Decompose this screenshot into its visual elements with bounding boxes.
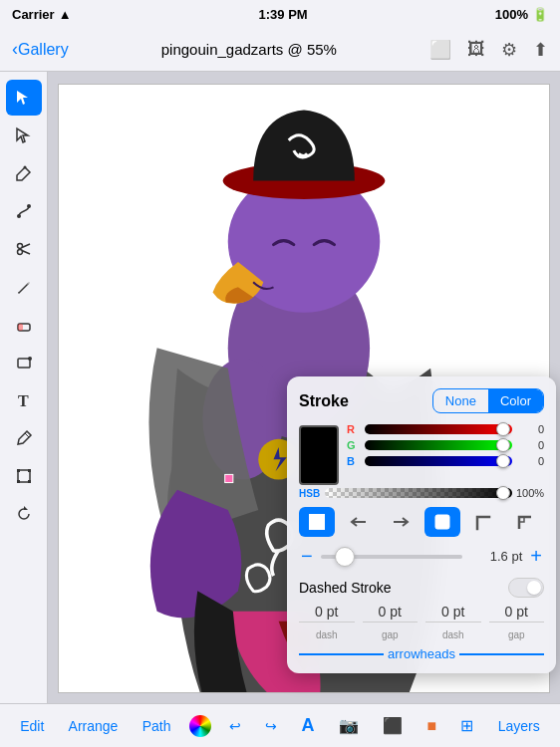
svg-rect-17	[17, 469, 20, 472]
tab-none[interactable]: None	[433, 389, 488, 412]
green-value: 0	[516, 439, 544, 451]
join-round-btn[interactable]	[299, 507, 335, 537]
cap-butt-btn[interactable]	[424, 507, 460, 537]
tool-text[interactable]: T	[6, 382, 42, 418]
arrow-line-left	[299, 653, 384, 655]
bottom-toolbar: Edit Arrange Path ↩ ↪ A 📷 ⬛ ■ ⊞ Layers	[0, 703, 560, 747]
svg-marker-21	[24, 506, 28, 510]
red-label: R	[347, 423, 361, 435]
svg-marker-1	[17, 128, 28, 142]
grid-button[interactable]: ⊞	[454, 716, 479, 735]
redo-button[interactable]: ↪	[259, 718, 283, 734]
tool-node[interactable]	[6, 193, 42, 229]
toolbar-actions: ⬜ 🖼 ⚙ ⬆	[429, 39, 548, 61]
arrowheads-row: arrowheads	[299, 646, 544, 661]
stroke-width-row: − − 1.6 pt +	[299, 545, 544, 568]
arrowheads-label[interactable]: arrowheads	[388, 646, 455, 661]
rgb-sliders: R 0 G 0	[347, 423, 544, 471]
svg-rect-11	[18, 324, 23, 331]
svg-point-5	[17, 244, 22, 249]
dash-fields: 0 pt dash 0 pt gap 0 pt dash 0 pt gap	[299, 604, 544, 642]
arrow-right-btn[interactable]	[383, 507, 419, 537]
blue-slider[interactable]	[365, 456, 512, 466]
tool-eraser[interactable]	[6, 307, 42, 343]
top-toolbar: ‹ Gallery pingouin_gadzarts @ 55% ⬜ 🖼 ⚙ …	[0, 28, 560, 72]
tool-select[interactable]	[6, 80, 42, 116]
svg-rect-20	[28, 480, 31, 483]
dash-value-2: 0 pt	[363, 604, 419, 622]
toggle-dot	[527, 581, 541, 595]
dash-field-3[interactable]: 0 pt dash	[425, 604, 481, 642]
stroke-width-value: 1.6 pt	[490, 549, 523, 564]
battery-label: 100%	[495, 7, 528, 22]
cap-round-btn[interactable]	[466, 507, 502, 537]
svg-rect-35	[519, 517, 524, 522]
dash-value-3: 0 pt	[425, 604, 481, 622]
tool-direct-select[interactable]	[6, 118, 42, 153]
red-slider-row: R 0	[347, 423, 544, 435]
frame-icon[interactable]: ⬜	[429, 39, 451, 61]
shape-button[interactable]: ⬛	[377, 716, 409, 735]
dash-value-4: 0 pt	[489, 604, 545, 622]
tool-eyedropper[interactable]	[6, 420, 42, 456]
layers-button[interactable]: Layers	[492, 718, 546, 734]
arrow-left-btn[interactable]	[341, 507, 377, 537]
svg-rect-18	[28, 469, 31, 472]
tool-scissors[interactable]	[6, 231, 42, 267]
dash-field-2[interactable]: 0 pt gap	[363, 604, 419, 642]
alpha-slider[interactable]	[325, 488, 512, 498]
fill-swatch-button[interactable]: ■	[420, 717, 442, 735]
carrier-label: Carrier	[12, 7, 55, 22]
svg-marker-0	[17, 91, 28, 105]
red-slider[interactable]	[365, 424, 512, 434]
stroke-width-increase[interactable]: +	[528, 545, 544, 568]
status-time: 1:39 PM	[259, 7, 308, 22]
stroke-width-slider[interactable]	[321, 555, 462, 559]
svg-rect-19	[17, 480, 20, 483]
stroke-width-thumb[interactable]	[335, 547, 355, 567]
status-right: 100% 🔋	[495, 7, 548, 22]
camera-button[interactable]: 📷	[333, 716, 365, 735]
blue-thumb[interactable]	[496, 454, 510, 468]
tool-rotate[interactable]	[6, 496, 42, 532]
stroke-width-decrease[interactable]: −	[299, 545, 315, 568]
settings-icon[interactable]: ⚙	[501, 39, 517, 61]
left-toolbar: T	[0, 72, 48, 703]
dashed-stroke-toggle[interactable]	[508, 578, 544, 598]
svg-point-13	[28, 357, 32, 361]
tool-pen[interactable]	[6, 155, 42, 191]
color-picker-button[interactable]	[189, 715, 211, 737]
arrow-line-right	[459, 653, 544, 655]
green-slider[interactable]	[365, 440, 512, 450]
panel-title: Stroke	[299, 392, 349, 410]
edit-button[interactable]: Edit	[14, 718, 50, 734]
stroke-panel: Stroke None Color R 0	[287, 376, 556, 673]
dash-field-4[interactable]: 0 pt gap	[489, 604, 545, 642]
red-thumb[interactable]	[496, 422, 510, 436]
tool-transform[interactable]	[6, 458, 42, 494]
svg-text:T: T	[18, 392, 29, 409]
canvas-area[interactable]: Stroke None Color R 0	[48, 72, 560, 703]
arrange-button[interactable]: Arrange	[63, 718, 125, 734]
tool-rect[interactable]	[6, 345, 42, 380]
stroke-tab-control[interactable]: None Color	[432, 388, 544, 413]
gallery-back[interactable]: ‹ Gallery	[12, 39, 69, 60]
cap-square-btn[interactable]	[508, 507, 544, 537]
share-icon[interactable]: ⬆	[533, 39, 548, 61]
dash-label-2: gap	[382, 629, 399, 640]
alpha-value: 100%	[516, 487, 544, 499]
color-preview[interactable]	[299, 425, 339, 485]
tool-pencil[interactable]	[6, 269, 42, 305]
alpha-thumb[interactable]	[496, 486, 510, 500]
dash-field-1[interactable]: 0 pt dash	[299, 604, 355, 642]
dash-value-1: 0 pt	[299, 604, 355, 622]
document-title: pingouin_gadzarts @ 55%	[161, 41, 337, 58]
status-left: Carrier ▲	[12, 7, 72, 22]
text-style-button[interactable]: A	[296, 715, 321, 736]
path-button[interactable]: Path	[137, 718, 177, 734]
image-icon[interactable]: 🖼	[467, 39, 485, 60]
tab-color[interactable]: Color	[488, 389, 543, 412]
green-thumb[interactable]	[496, 438, 510, 452]
gallery-button[interactable]: Gallery	[18, 41, 69, 59]
undo-button[interactable]: ↩	[223, 718, 247, 734]
